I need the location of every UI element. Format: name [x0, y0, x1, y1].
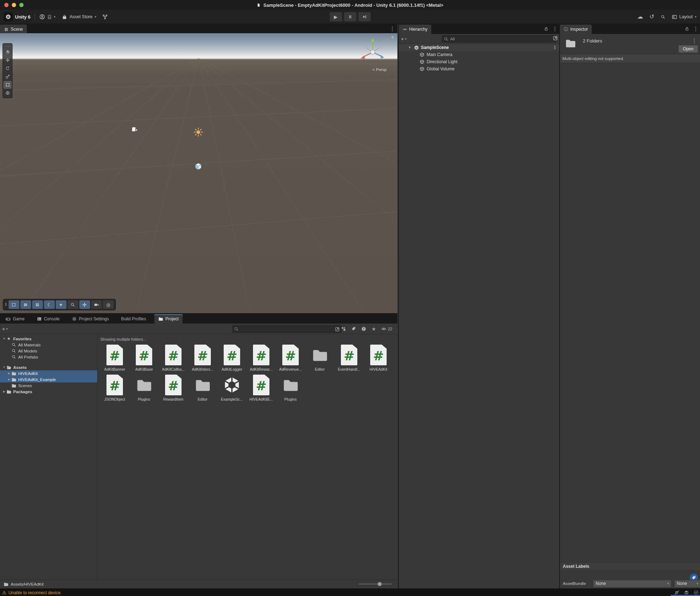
favorites-filter-button[interactable]: ★	[372, 326, 376, 332]
camera-preview[interactable]	[91, 300, 102, 309]
layout-dropdown[interactable]: Layout ▾	[672, 14, 696, 20]
close-button[interactable]	[4, 3, 9, 7]
debugger-detached-icon[interactable]	[674, 590, 679, 595]
minimize-button[interactable]	[12, 3, 16, 7]
asset-tile-script[interactable]: #EventHandl...	[335, 344, 363, 371]
play-button[interactable]: ▶	[330, 12, 342, 21]
zoom-button[interactable]	[19, 3, 24, 7]
asset-tile-script[interactable]: #AdKitBanner	[100, 344, 129, 371]
assetbundle-variant-dropdown[interactable]: None ▾	[674, 580, 700, 587]
rect-overlay[interactable]	[9, 300, 19, 309]
global-volume-gizmo[interactable]	[194, 162, 202, 170]
asset-tile-script[interactable]: #AdKitInters...	[188, 344, 217, 371]
scene-viewport[interactable]: —— < Persp ≡ ‖ ☾◎	[0, 33, 397, 313]
tab-hierarchy[interactable]: ≔ Hierarchy	[399, 25, 431, 34]
asset-tile-folder[interactable]: Plugins	[276, 374, 305, 401]
account-menu[interactable]: 김 ▾	[39, 14, 55, 20]
navigation-compass[interactable]: ◎	[103, 300, 114, 309]
shadows-overlay[interactable]: ☾	[44, 300, 55, 309]
sidebar-item-all-materials[interactable]: All Materials	[0, 342, 97, 348]
rotate-tool[interactable]	[4, 65, 11, 72]
picker-icon[interactable]	[553, 36, 558, 41]
asset-tile-folder[interactable]: Editor	[306, 344, 334, 371]
foldout-icon[interactable]: ▼	[408, 46, 413, 49]
hidden-count-badge[interactable]: 22	[381, 326, 392, 331]
transform-tool[interactable]	[4, 89, 11, 97]
hierarchy-item-directional-light[interactable]: Directional Light	[399, 58, 560, 65]
version-control-button[interactable]	[102, 14, 108, 20]
tab-inspector[interactable]: ⓘ Inspector	[560, 25, 592, 34]
move-tool[interactable]	[4, 56, 11, 64]
tab-console[interactable]: Console	[33, 314, 64, 324]
cloud-button[interactable]: ☁	[637, 14, 643, 20]
gizmo-selector[interactable]	[56, 300, 66, 309]
sidebar-item-all-prefabs[interactable]: All Prefabs	[0, 354, 97, 360]
tab-project[interactable]: Project	[154, 314, 183, 324]
lock-icon[interactable]	[685, 26, 689, 31]
scene-root-row[interactable]: ▼ SampleScene ⋮	[399, 44, 560, 51]
panel-menu-icon[interactable]: ⋮	[693, 25, 699, 32]
overlay-drag-handle[interactable]: ——	[4, 44, 11, 48]
move-overlay[interactable]	[79, 300, 90, 309]
view-options[interactable]	[20, 300, 31, 309]
panel-menu-icon[interactable]: ⋮	[552, 25, 558, 32]
asset-tile-script[interactable]: #AdKitRewar...	[247, 344, 275, 371]
overlay-drag-handle[interactable]: ‖	[5, 302, 7, 307]
orientation-gizmo[interactable]	[357, 37, 388, 67]
foldout-icon[interactable]: ▼	[2, 337, 6, 340]
search-overlay[interactable]	[68, 300, 78, 309]
foldout-icon[interactable]: ▶	[2, 390, 6, 393]
pause-button[interactable]	[344, 12, 356, 21]
filter-importance-button[interactable]	[361, 326, 366, 331]
step-button[interactable]	[358, 12, 371, 21]
asset-labels-header[interactable]: Asset Labels	[560, 562, 700, 571]
tab-game[interactable]: Game	[1, 314, 29, 324]
inspector-menu-icon[interactable]: ⋮	[691, 37, 697, 44]
gizmo-overlay-handle[interactable]: ≡	[391, 35, 394, 40]
background-tasks-icon[interactable]	[694, 590, 699, 595]
open-button[interactable]: Open	[679, 45, 698, 52]
asset-tile-folder[interactable]: Editor	[188, 374, 217, 401]
asset-tile-script[interactable]: #AdKitBase	[130, 344, 158, 371]
create-object-button[interactable]: +▾	[401, 36, 407, 42]
tab-project-settings[interactable]: Project Settings	[68, 314, 113, 324]
rect-tool[interactable]	[4, 81, 11, 89]
sidebar-item-favorites[interactable]: ▼★Favorites	[0, 336, 97, 342]
camera-gizmo[interactable]	[131, 127, 138, 133]
unity-hub-button[interactable]: Unity 6	[4, 12, 30, 21]
asset-store-menu[interactable]: Asset Store ▾	[62, 14, 96, 20]
slider-knob[interactable]	[378, 582, 382, 586]
grid-snap[interactable]	[32, 300, 43, 309]
directional-light-gizmo[interactable]	[194, 127, 203, 137]
sidebar-item-assets[interactable]: ▼Assets	[0, 364, 97, 370]
asset-tile-script[interactable]: #JSONObject	[100, 374, 129, 401]
hierarchy-item-global-volume[interactable]: Global Volume	[399, 65, 560, 72]
asset-tile-script[interactable]: #AdKitCallba...	[159, 344, 188, 371]
create-asset-button[interactable]: +▾	[2, 326, 8, 332]
sidebar-item-all-models[interactable]: All Models	[0, 348, 97, 354]
search-button[interactable]	[661, 15, 665, 19]
search-picker-icon[interactable]	[335, 327, 340, 332]
status-warning[interactable]: ⚠ Unable to reconnect device.	[2, 590, 61, 595]
row-menu-icon[interactable]: ⋮	[553, 45, 557, 50]
filter-by-type-button[interactable]	[341, 326, 346, 331]
hierarchy-search-input[interactable]: All	[442, 35, 556, 42]
foldout-icon[interactable]: ▶	[7, 378, 11, 381]
lock-icon[interactable]	[544, 26, 548, 31]
asset-tile-script[interactable]: #RewardItem	[159, 374, 188, 401]
asset-tile-script[interactable]: #AdRevenue...	[276, 344, 305, 371]
hierarchy-item-main-camera[interactable]: Main Camera	[399, 51, 560, 58]
project-search-input[interactable]	[232, 325, 342, 333]
scale-tool[interactable]	[4, 73, 11, 80]
asset-tile-scene[interactable]: ExampleSc...	[218, 374, 246, 401]
asset-tile-folder[interactable]: Plugins	[130, 374, 158, 401]
asset-tile-script[interactable]: #AdKitLogger	[218, 344, 246, 371]
sidebar-item-hiveadkit-example[interactable]: ▶HIVEAdKit_Example	[0, 376, 97, 382]
cache-server-icon[interactable]	[684, 590, 689, 595]
sidebar-item-scenes[interactable]: Scenes	[0, 382, 97, 389]
asset-tile-script[interactable]: #HIVEAdKit	[364, 344, 393, 371]
foldout-icon[interactable]: ▼	[2, 366, 6, 369]
sidebar-item-packages[interactable]: ▶Packages	[0, 389, 97, 395]
view-tool[interactable]	[4, 48, 11, 56]
thumbnail-size-slider[interactable]	[359, 584, 392, 585]
